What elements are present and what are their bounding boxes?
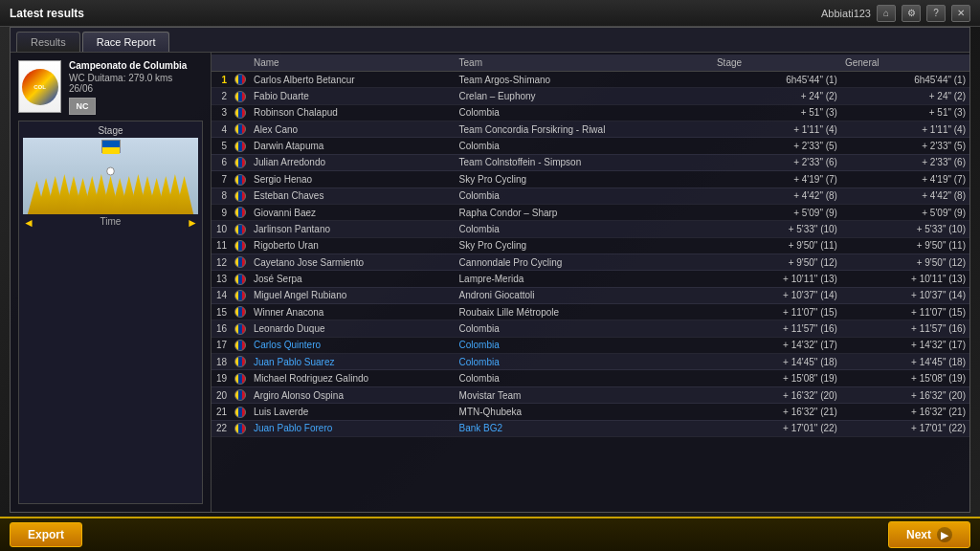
cell-name: Miguel Angel Rubiano: [250, 287, 456, 303]
cell-stage-time: + 5'09" (9): [713, 204, 841, 220]
export-button[interactable]: Export: [10, 522, 82, 547]
flag-icon: [234, 323, 246, 335]
cell-pos: 21: [212, 404, 231, 420]
cell-pos: 15: [212, 304, 231, 320]
flag-icon: [234, 407, 246, 418]
cell-flag: [231, 337, 250, 353]
flag-icon: [234, 174, 246, 186]
table-row: 22 Juan Pablo Forero Bank BG2 + 17'01" (…: [212, 420, 969, 436]
cell-pos: 9: [212, 204, 231, 220]
cell-name: Carlos Quintero: [250, 337, 456, 353]
table-row: 6 Julian Arredondo Team Colnstoffein - S…: [212, 154, 969, 170]
cell-team: Sky Pro Cycling: [456, 171, 713, 187]
home-button[interactable]: ⌂: [877, 5, 896, 22]
cell-team: Rapha Condor – Sharp: [456, 204, 713, 220]
cell-general-time: 6h45'44" (1): [841, 72, 969, 88]
cell-stage-time: + 9'50" (12): [713, 253, 841, 270]
cell-flag: [231, 404, 250, 420]
cell-pos: 16: [212, 320, 231, 337]
table-row: 9 Giovanni Baez Rapha Condor – Sharp + 5…: [212, 204, 969, 220]
cell-team: MTN-Qhubeka: [456, 404, 713, 420]
cell-pos: 19: [212, 370, 231, 386]
table-row: 18 Juan Pablo Suarez Colombia + 14'45" (…: [212, 354, 969, 370]
cell-name: Esteban Chaves: [250, 187, 456, 204]
cell-flag: [231, 320, 250, 337]
cell-general-time: + 15'08" (19): [841, 370, 969, 386]
cell-name: José Serpa: [250, 271, 456, 287]
cell-name: Carlos Alberto Betancur: [250, 72, 456, 88]
close-button[interactable]: ✕: [951, 5, 970, 22]
stage-chart-area: [23, 138, 198, 214]
col-stage: Stage: [713, 55, 841, 72]
cell-stage-time: + 24" (2): [713, 88, 841, 104]
cell-stage-time: + 2'33" (5): [713, 138, 841, 154]
cell-general-time: + 5'33" (10): [841, 221, 969, 237]
race-subtitle: WC Duitama: 279.0 kms: [69, 73, 203, 83]
flag-top: [102, 141, 120, 147]
flag-icon: [234, 373, 246, 385]
table-row: 11 Rigoberto Uran Sky Pro Cycling + 9'50…: [212, 237, 969, 253]
table-row: 17 Carlos Quintero Colombia + 14'32" (17…: [212, 337, 969, 353]
table-row: 7 Sergio Henao Sky Pro Cycling + 4'19" (…: [212, 171, 969, 187]
cell-pos: 18: [212, 354, 231, 370]
chart-nav-right[interactable]: ►: [187, 216, 198, 230]
next-label: Next: [906, 528, 931, 541]
username: Abbiati123: [821, 8, 871, 19]
cell-name: Giovanni Baez: [250, 204, 456, 220]
cell-team: Colombia: [456, 221, 713, 237]
cell-general-time: + 16'32" (20): [841, 386, 969, 403]
settings-button[interactable]: ⚙: [902, 5, 921, 22]
cell-stage-time: + 2'33" (6): [713, 154, 841, 170]
table-row: 8 Esteban Chaves Colombia + 4'42" (8) + …: [212, 187, 969, 204]
cell-name: Leonardo Duque: [250, 320, 456, 337]
cell-name: Julian Arredondo: [250, 154, 456, 170]
col-team: Team: [456, 55, 713, 72]
cell-general-time: + 16'32" (21): [841, 404, 969, 420]
main-panel: Results Race Report COL Campeonato de Co…: [10, 27, 970, 513]
cell-general-time: + 9'50" (12): [841, 253, 969, 270]
cell-stage-time: + 5'33" (10): [713, 221, 841, 237]
flag-icon: [234, 389, 246, 401]
cell-flag: [231, 187, 250, 204]
table-row: 21 Luis Laverde MTN-Qhubeka + 16'32" (21…: [212, 404, 969, 420]
top-bar: Latest results Abbiati123 ⌂ ⚙ ? ✕: [0, 0, 980, 27]
cell-name: Luis Laverde: [250, 404, 456, 420]
results-table-wrap[interactable]: Name Team Stage General 1 Carlos Alberto…: [212, 53, 969, 512]
cell-stage-time: + 4'19" (7): [713, 171, 841, 187]
table-row: 15 Winner Anacona Roubaix Lille Métropol…: [212, 304, 969, 320]
flag-icon: [234, 74, 246, 85]
cell-flag: [231, 171, 250, 187]
race-logo-inner: COL: [22, 69, 58, 105]
flag-icon: [234, 306, 246, 318]
cell-general-time: + 14'32" (17): [841, 337, 969, 353]
cell-team: Colombia: [456, 354, 713, 370]
race-name: Campeonato de Columbia: [69, 60, 203, 71]
cell-pos: 7: [212, 171, 231, 187]
cell-general-time: + 2'33" (6): [841, 154, 969, 170]
flag-icon: [234, 340, 246, 351]
tab-results[interactable]: Results: [16, 32, 80, 52]
help-button[interactable]: ?: [926, 5, 946, 22]
cell-team: Cannondale Pro Cycling: [456, 253, 713, 270]
cell-team: Crelan – Euphony: [456, 88, 713, 104]
cell-team: Roubaix Lille Métropole: [456, 304, 713, 320]
cell-flag: [231, 88, 250, 104]
results-table: Name Team Stage General 1 Carlos Alberto…: [212, 55, 969, 437]
cell-flag: [231, 386, 250, 403]
race-details: Campeonato de Columbia WC Duitama: 279.0…: [69, 60, 203, 115]
table-row: 16 Leonardo Duque Colombia + 11'57" (16)…: [212, 320, 969, 337]
flag-icon: [234, 423, 246, 434]
table-row: 5 Darwin Atapuma Colombia + 2'33" (5) + …: [212, 138, 969, 154]
chart-nav-left[interactable]: ◄: [23, 216, 34, 230]
cell-stage-time: + 1'11" (4): [713, 121, 841, 138]
tab-race-report[interactable]: Race Report: [82, 32, 170, 52]
cell-name: Winner Anacona: [250, 304, 456, 320]
table-row: 19 Michael Rodriguez Galindo Colombia + …: [212, 370, 969, 386]
next-button[interactable]: Next ▶: [888, 521, 970, 548]
start-flag: [101, 140, 121, 153]
col-flag: [231, 55, 250, 72]
cell-stage-time: + 11'57" (16): [713, 320, 841, 337]
cell-name: Sergio Henao: [250, 171, 456, 187]
cell-flag: [231, 287, 250, 303]
flag-icon: [234, 240, 246, 252]
